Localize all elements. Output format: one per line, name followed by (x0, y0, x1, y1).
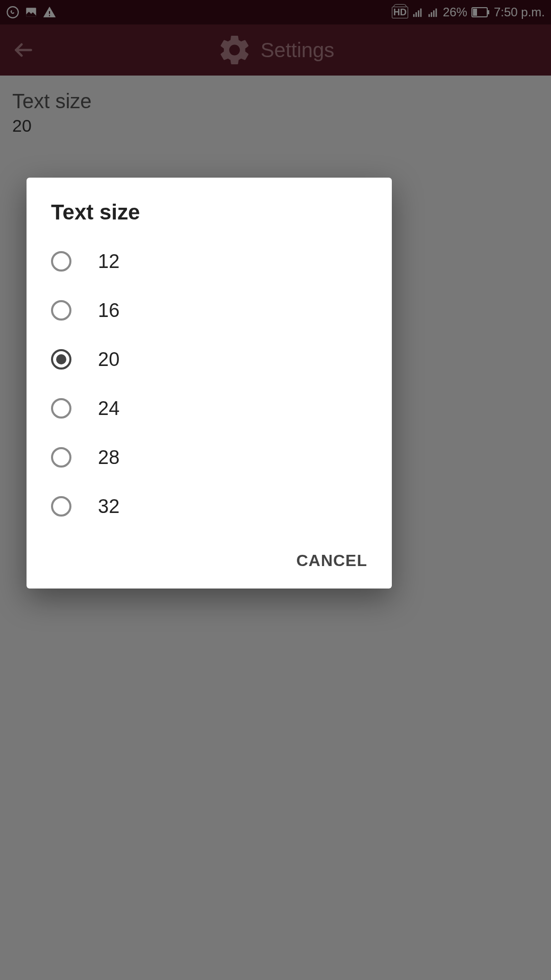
text-size-option-32[interactable]: 32 (27, 482, 392, 531)
option-label: 12 (98, 251, 119, 273)
text-size-option-20[interactable]: 20 (27, 335, 392, 384)
radio-icon (51, 398, 71, 419)
text-size-dialog: Text size 12 16 20 24 28 32 CANCEL (27, 178, 392, 589)
radio-icon (51, 251, 71, 272)
cancel-button[interactable]: CANCEL (296, 551, 367, 570)
text-size-option-24[interactable]: 24 (27, 384, 392, 433)
option-label: 32 (98, 496, 119, 518)
text-size-option-16[interactable]: 16 (27, 286, 392, 335)
radio-icon (51, 300, 71, 321)
text-size-option-28[interactable]: 28 (27, 433, 392, 482)
option-label: 24 (98, 398, 119, 420)
option-label: 20 (98, 349, 119, 371)
dialog-options-list: 12 16 20 24 28 32 (27, 237, 392, 541)
option-label: 28 (98, 447, 119, 469)
radio-icon-selected (51, 349, 71, 370)
dialog-actions: CANCEL (27, 541, 392, 576)
dialog-title: Text size (27, 178, 392, 237)
option-label: 16 (98, 300, 119, 322)
radio-icon (51, 496, 71, 517)
radio-icon (51, 447, 71, 468)
text-size-option-12[interactable]: 12 (27, 237, 392, 286)
